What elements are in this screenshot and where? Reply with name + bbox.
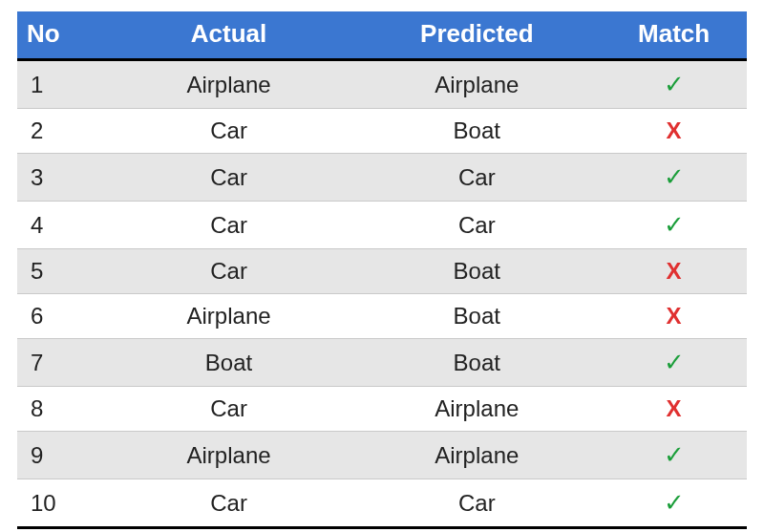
cell-predicted: Boat (352, 109, 601, 154)
cell-no: 7 (17, 339, 105, 387)
cell-predicted: Boat (352, 249, 601, 294)
cell-no: 5 (17, 249, 105, 294)
cell-no: 9 (17, 432, 105, 479)
cell-no: 4 (17, 202, 105, 249)
check-icon: ✓ (664, 162, 685, 191)
cell-actual: Car (105, 154, 353, 202)
cell-no: 3 (17, 154, 105, 202)
cell-match: X (601, 387, 747, 432)
check-icon: ✓ (664, 488, 685, 517)
cell-match: ✓ (601, 202, 747, 249)
table-row: 6AirplaneBoatX (17, 294, 747, 339)
classification-results-table: No Actual Predicted Match 1AirplaneAirpl… (17, 11, 747, 529)
table-row: 8CarAirplaneX (17, 387, 747, 432)
table-row: 5CarBoatX (17, 249, 747, 294)
check-icon: ✓ (664, 210, 685, 239)
cell-actual: Car (105, 387, 353, 432)
cell-actual: Airplane (105, 294, 353, 339)
header-match: Match (601, 11, 747, 60)
table-row: 2CarBoatX (17, 109, 747, 154)
check-icon: ✓ (664, 440, 685, 469)
cell-no: 8 (17, 387, 105, 432)
header-predicted: Predicted (352, 11, 601, 60)
cell-actual: Airplane (105, 60, 353, 109)
cell-match: X (601, 294, 747, 339)
header-no: No (17, 11, 105, 60)
check-icon: ✓ (664, 348, 685, 376)
cell-predicted: Boat (352, 294, 601, 339)
cell-predicted: Boat (352, 339, 601, 387)
cell-actual: Boat (105, 339, 353, 387)
cell-predicted: Car (352, 202, 601, 249)
cell-predicted: Airplane (352, 60, 601, 109)
cell-match: X (601, 249, 747, 294)
cell-match: ✓ (601, 479, 747, 528)
table-row: 7BoatBoat✓ (17, 339, 747, 387)
table-row: 9AirplaneAirplane✓ (17, 432, 747, 479)
table-row: 10CarCar✓ (17, 479, 747, 528)
cell-actual: Car (105, 109, 353, 154)
cell-match: ✓ (601, 432, 747, 479)
cell-no: 10 (17, 479, 105, 528)
cell-actual: Airplane (105, 432, 353, 479)
check-icon: ✓ (664, 70, 685, 98)
cell-match: ✓ (601, 339, 747, 387)
cross-icon: X (667, 117, 682, 143)
table-row: 4CarCar✓ (17, 202, 747, 249)
cell-match: ✓ (601, 154, 747, 202)
cell-no: 6 (17, 294, 105, 339)
cell-actual: Car (105, 479, 353, 528)
table-row: 3CarCar✓ (17, 154, 747, 202)
cell-actual: Car (105, 249, 353, 294)
cell-predicted: Airplane (352, 387, 601, 432)
cross-icon: X (667, 395, 682, 421)
cross-icon: X (667, 303, 682, 329)
cell-match: X (601, 109, 747, 154)
cell-no: 2 (17, 109, 105, 154)
header-actual: Actual (105, 11, 353, 60)
cell-match: ✓ (601, 60, 747, 109)
table-body: 1AirplaneAirplane✓2CarBoatX3CarCar✓4CarC… (17, 60, 747, 528)
table-row: 1AirplaneAirplane✓ (17, 60, 747, 109)
cell-predicted: Car (352, 154, 601, 202)
cell-actual: Car (105, 202, 353, 249)
table-header-row: No Actual Predicted Match (17, 11, 747, 60)
cell-no: 1 (17, 60, 105, 109)
cell-predicted: Airplane (352, 432, 601, 479)
cell-predicted: Car (352, 479, 601, 528)
cross-icon: X (667, 258, 682, 284)
